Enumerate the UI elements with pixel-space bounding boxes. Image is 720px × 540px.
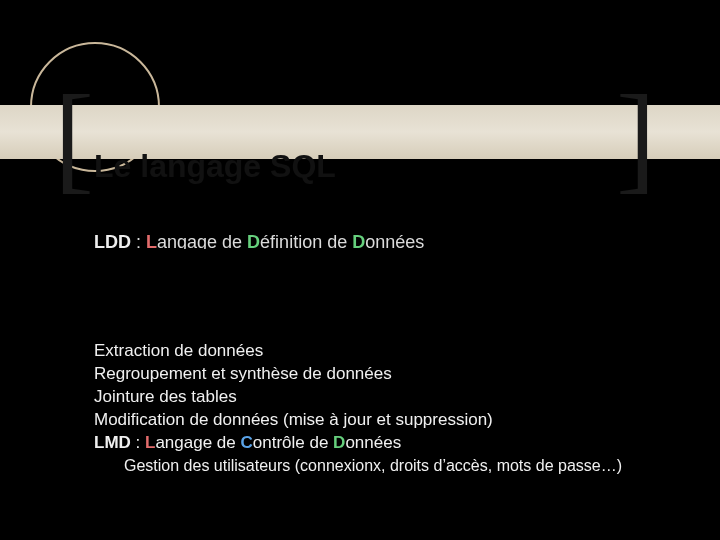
bracket-right-icon: ] — [616, 78, 656, 198]
ldc-l-cap: L — [145, 433, 155, 452]
page-title: Le langage SQL — [94, 148, 336, 185]
cover-band — [0, 249, 720, 267]
ldc-c-rest: ontrôle de — [253, 433, 333, 452]
ldc-d-rest: onnées — [345, 433, 401, 452]
ldc-sep: : — [131, 433, 145, 452]
body-line-4: Modification de données (mise à jour et … — [94, 409, 704, 432]
body-block: Extraction de données Regroupement et sy… — [94, 340, 704, 476]
bracket-left-icon: [ — [54, 78, 94, 198]
ldc-d-cap: D — [333, 433, 345, 452]
body-line-1: Extraction de données — [94, 340, 704, 363]
body-line-indent: Gestion des utilisateurs (connexionx, dr… — [94, 455, 704, 477]
body-line-2: Regroupement et synthèse de données — [94, 363, 704, 386]
ldc-c-cap: C — [240, 433, 252, 452]
ldc-l-rest: angage de — [155, 433, 240, 452]
body-line-3: Jointure des tables — [94, 386, 704, 409]
ldc-abbr: LMD — [94, 433, 131, 452]
slide: [ ] Le langage SQL LDD : Langage de Défi… — [0, 0, 720, 540]
body-line-ldc: LMD : Langage de Contrôle de Données — [94, 432, 704, 455]
